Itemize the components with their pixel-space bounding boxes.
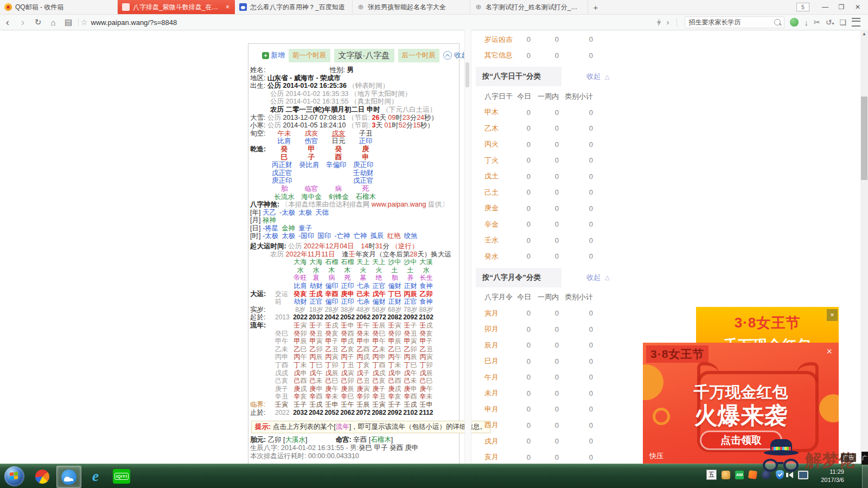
ganzhi-cell[interactable]: 甲辰 bbox=[292, 337, 308, 345]
ganzhi-cell[interactable]: 乙巳 bbox=[387, 345, 403, 354]
ganzhi-cell[interactable]: 甲申 bbox=[355, 337, 371, 345]
menu-icon[interactable] bbox=[852, 18, 860, 27]
sidebar-row-label[interactable]: 申月 bbox=[484, 404, 517, 414]
ganzhi-cell[interactable]: 丁未 bbox=[292, 361, 308, 369]
ganzhi-cell[interactable]: 癸酉 bbox=[340, 330, 355, 338]
sidebar-row-label[interactable]: 戊土 bbox=[484, 171, 517, 181]
red-ad-close-icon[interactable]: × bbox=[826, 346, 832, 357]
tab-close-icon[interactable]: × bbox=[225, 3, 231, 11]
sidebar-row-label[interactable]: 午月 bbox=[484, 373, 517, 382]
ganzhi-cell[interactable]: 辛未 bbox=[324, 393, 340, 401]
close-button[interactable]: ✕ bbox=[850, 1, 866, 14]
ganzhi-cell[interactable]: 丁卯 bbox=[324, 361, 340, 369]
ganzhi-cell[interactable]: 己亥 bbox=[371, 377, 387, 385]
tray-sogou-icon[interactable] bbox=[722, 471, 730, 479]
ganzhi-cell[interactable]: 丙申 bbox=[371, 353, 387, 361]
screenshot-scissors-icon[interactable]: ✂ bbox=[814, 18, 820, 27]
ganzhi-cell[interactable]: 庚午 bbox=[418, 385, 434, 393]
ganzhi-cell[interactable]: 戊申 bbox=[387, 369, 403, 377]
ganzhi-cell[interactable]: 己未 bbox=[308, 377, 324, 385]
sidebar-row-label[interactable]: 乙木 bbox=[484, 124, 517, 133]
ganzhi-cell[interactable]: 甲午 bbox=[371, 337, 387, 345]
sidebar-row-label[interactable]: 己土 bbox=[484, 188, 517, 197]
ganzhi-cell[interactable]: 壬子 bbox=[403, 322, 418, 330]
ganzhi-cell[interactable]: 庚辰 bbox=[340, 385, 355, 393]
ganzhi-cell[interactable]: 己巳 bbox=[418, 377, 434, 385]
ganzhi-cell[interactable]: 辛酉 bbox=[403, 393, 418, 401]
ganzhi-cell[interactable]: 戊寅 bbox=[340, 369, 355, 377]
ganzhi-cell[interactable]: 丙辰 bbox=[308, 353, 324, 361]
ganzhi-cell[interactable]: 丁卯 bbox=[418, 361, 434, 369]
ganzhi-cell[interactable]: 癸丑 bbox=[308, 330, 324, 338]
ganzhi-cell[interactable]: 丙午 bbox=[292, 353, 308, 361]
ganzhi-cell[interactable]: 辛巳 bbox=[340, 393, 355, 401]
ganzhi-cell[interactable]: 乙巳 bbox=[292, 345, 308, 354]
volume-icon[interactable] bbox=[789, 472, 793, 478]
favorite-star-icon[interactable]: ☆ bbox=[81, 18, 88, 27]
ganzhi-cell[interactable]: 戊午 bbox=[403, 369, 418, 377]
ganzhi-cell[interactable]: 甲寅 bbox=[403, 337, 418, 345]
add-new-button[interactable]: +新增 bbox=[262, 50, 285, 60]
tab-count-badge[interactable]: 5 bbox=[796, 3, 809, 11]
scroll-up-arrow[interactable]: ▲ bbox=[860, 31, 868, 36]
ganzhi-cell[interactable]: 庚子 bbox=[371, 385, 387, 393]
address-bar[interactable]: ☆ www.paipan.wang/?s=8848 bbox=[81, 18, 493, 27]
shensha-item[interactable]: 金神 bbox=[282, 224, 295, 232]
ganzhi-cell[interactable]: 癸巳 bbox=[371, 330, 387, 338]
ganzhi-cell[interactable]: 辛亥 bbox=[292, 393, 308, 401]
shensha-item[interactable]: 孤辰 bbox=[370, 232, 384, 240]
ganzhi-cell[interactable]: 己酉 bbox=[292, 377, 308, 385]
ganzhi-cell[interactable]: 辛亥 bbox=[387, 393, 403, 401]
ganzhi-cell[interactable]: 丙戌 bbox=[355, 353, 371, 361]
shensha-item[interactable]: -太极 bbox=[279, 209, 295, 216]
shensha-item[interactable]: 绞煞 bbox=[404, 232, 417, 240]
ganzhi-cell[interactable]: 丙子 bbox=[340, 353, 355, 361]
shensha-item[interactable]: 太极 bbox=[282, 232, 295, 240]
ganzhi-cell[interactable]: 丁丑 bbox=[340, 361, 355, 369]
ganzhi-cell[interactable]: 乙丑 bbox=[324, 345, 340, 354]
ganzhi-cell[interactable]: 丁酉 bbox=[371, 361, 387, 369]
tray-flash-icon[interactable] bbox=[748, 470, 757, 479]
taskbar-clock[interactable]: 11:29 2017/3/6 bbox=[821, 468, 844, 484]
ganzhi-cell[interactable]: 壬寅 bbox=[292, 322, 308, 330]
sidebar-row-label[interactable]: 未月 bbox=[484, 388, 517, 398]
browser-tab[interactable]: 八字排盘_紫微斗数排盘_在线排盘系...× bbox=[118, 0, 235, 14]
network-icon[interactable] bbox=[798, 471, 808, 479]
triangle-up-icon[interactable]: △ bbox=[605, 73, 609, 80]
inner-scrollbar-thumb[interactable] bbox=[465, 62, 469, 87]
tray-app-icon[interactable] bbox=[762, 470, 771, 479]
ganzhi-cell[interactable]: 丁巳 bbox=[403, 361, 418, 369]
ganzhi-cell[interactable]: 丙辰 bbox=[403, 353, 418, 361]
shensha-item[interactable]: -将星 bbox=[263, 224, 278, 232]
collapse-link[interactable]: 收起 bbox=[586, 72, 601, 81]
search-icon[interactable] bbox=[774, 19, 781, 25]
forward-button[interactable]: › bbox=[15, 16, 30, 28]
sidebar-row-label[interactable]: 辛金 bbox=[484, 220, 517, 229]
ganzhi-cell[interactable]: 壬午 bbox=[355, 322, 371, 330]
ganzhi-cell[interactable]: 壬辰 bbox=[371, 322, 387, 330]
sidebar-row-label[interactable]: 丁火 bbox=[484, 156, 517, 165]
ganzhi-cell[interactable]: 戊辰 bbox=[324, 369, 340, 377]
ganzhi-cell[interactable]: 甲戌 bbox=[340, 337, 355, 345]
ganzhi-cell[interactable]: 庚申 bbox=[403, 385, 418, 393]
shensha-item[interactable]: -国印 bbox=[298, 232, 314, 240]
taskbar-item-sogou-browser[interactable] bbox=[30, 466, 54, 487]
ganzhi-cell[interactable]: 丙寅 bbox=[418, 353, 434, 361]
prev-hour-button[interactable]: 前一个时辰 bbox=[289, 49, 330, 62]
shensha-item[interactable]: 童子 bbox=[298, 224, 312, 232]
shensha-item[interactable]: 国印 bbox=[317, 232, 331, 240]
tray-security-shield-icon[interactable] bbox=[776, 470, 784, 479]
shensha-item[interactable]: -亡神 bbox=[334, 232, 350, 240]
start-button[interactable] bbox=[4, 466, 24, 486]
ganzhi-cell[interactable]: 戊辰 bbox=[418, 369, 434, 377]
ganzhi-cell[interactable]: 己巳 bbox=[324, 377, 340, 385]
ganzhi-cell[interactable]: 戊子 bbox=[355, 369, 371, 377]
red-ad-popup[interactable]: 3·8女王节 × 千万现金红包 火爆来袭 点击领取 快压 bbox=[643, 343, 839, 464]
ganzhi-cell[interactable]: 癸丑 bbox=[403, 330, 418, 338]
browser-tab[interactable]: ⊕名字测试打分_姓名测试打分_智能起名 bbox=[470, 0, 588, 14]
ganzhi-cell[interactable]: 壬戌 bbox=[324, 322, 340, 330]
reader-icon[interactable]: ▤ bbox=[61, 17, 76, 27]
ganzhi-cell[interactable]: 乙未 bbox=[371, 345, 387, 354]
messenger-icon[interactable] bbox=[790, 18, 799, 27]
minimize-button[interactable]: — bbox=[817, 1, 833, 14]
